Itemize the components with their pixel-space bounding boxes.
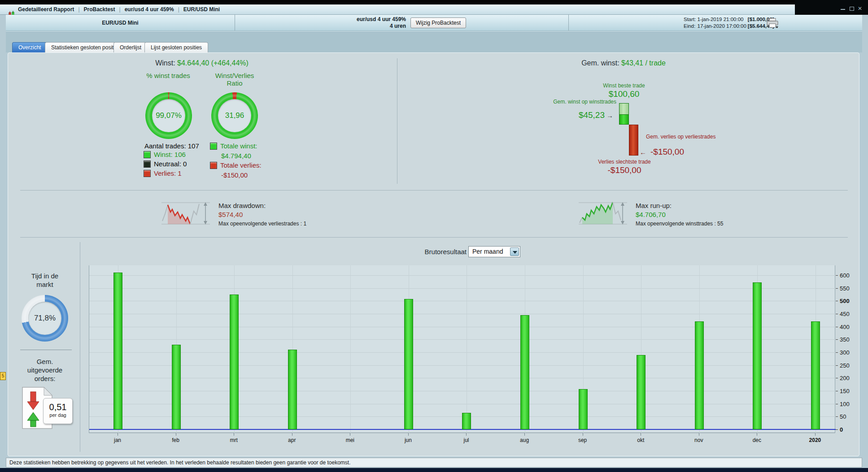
y-axis-label-600: 600 bbox=[840, 272, 850, 279]
time-in-market-line2: markt bbox=[13, 280, 76, 289]
dropdown-arrow-icon[interactable] bbox=[510, 247, 519, 256]
x-tick bbox=[176, 433, 176, 436]
x-axis-label-apr: apr bbox=[288, 437, 296, 443]
tab-lijst-gesloten-posities[interactable]: Lijst gesloten posities bbox=[144, 42, 208, 53]
totale-winst-value: $4.794,40 bbox=[221, 152, 251, 160]
bar-feb bbox=[172, 345, 181, 429]
x-tick bbox=[292, 433, 292, 436]
x-tick bbox=[118, 433, 118, 436]
title-separator: | bbox=[119, 6, 121, 13]
avg-orders-line1: Gem. bbox=[11, 357, 79, 366]
restore-icon[interactable] bbox=[850, 7, 854, 11]
max-drawdown-value: $574,40 bbox=[218, 211, 243, 218]
bar-aug bbox=[520, 315, 529, 429]
printer-icon[interactable] bbox=[766, 18, 779, 29]
y-axis-label-250: 250 bbox=[840, 362, 850, 368]
best-trade-value: $100,60 bbox=[579, 89, 669, 99]
tab-orderlijst[interactable]: Orderlijst bbox=[113, 42, 148, 53]
stats-vertical-divider bbox=[397, 58, 397, 184]
y-axis-label-500: 500 bbox=[840, 298, 850, 304]
avg-profit-value: $43,41 / trade bbox=[621, 59, 666, 67]
win-loss-ratio-donut: 31,96 bbox=[211, 92, 258, 139]
time-in-market-value: 71,8% bbox=[34, 314, 56, 323]
win-candle-bar bbox=[619, 103, 629, 125]
x-axis-label-jul: jul bbox=[463, 437, 469, 443]
x-tick bbox=[583, 433, 583, 436]
left-arrow-icon: ← bbox=[640, 148, 646, 156]
title-report: Gedetailleerd Rapport bbox=[18, 6, 74, 13]
bar-jan bbox=[113, 273, 122, 429]
legend-neutraal-label: Neutraal: 0 bbox=[154, 160, 187, 168]
best-trade-segment bbox=[619, 104, 628, 115]
y-tick bbox=[836, 339, 838, 340]
y-tick bbox=[836, 429, 838, 430]
gridline-y-200 bbox=[89, 378, 836, 378]
period-dropdown[interactable]: Per maand bbox=[468, 246, 520, 257]
avg-win-label: Gem. winst op winsttrades bbox=[516, 99, 616, 105]
x-axis-label-sep: sep bbox=[578, 437, 587, 443]
y-tick bbox=[836, 327, 838, 327]
x-tick bbox=[408, 433, 409, 436]
chart-vertical-divider bbox=[80, 242, 80, 452]
tab-overzicht[interactable]: Overzicht bbox=[12, 42, 48, 53]
runup-sparkline-icon bbox=[578, 200, 628, 226]
worst-trade-label: Verlies slechtste trade bbox=[579, 159, 670, 165]
tab-strip: Overzicht Statistieken gesloten posities… bbox=[6, 31, 862, 52]
avg-orders-badge: 0,51 per dag bbox=[43, 398, 73, 424]
bar-2020 bbox=[811, 321, 820, 429]
y-axis-label-450: 450 bbox=[840, 311, 850, 317]
minimize-icon[interactable] bbox=[841, 9, 845, 10]
x-tick bbox=[524, 433, 525, 436]
y-tick bbox=[836, 391, 838, 391]
avg-win-value: $45,23 bbox=[538, 110, 605, 120]
max-consecutive-losses: Max opeenvolgende verliestrades : 1 bbox=[218, 221, 306, 227]
gridline-y-150 bbox=[89, 391, 836, 391]
totale-winst-label: Totale winst: bbox=[220, 142, 257, 150]
gridline-x-jul bbox=[467, 265, 467, 433]
gross-result-label: Brutoresultaat bbox=[399, 248, 467, 255]
legend-neutraal: Neutraal: 0 bbox=[144, 160, 187, 168]
winst-swatch bbox=[144, 151, 151, 158]
x-tick bbox=[757, 433, 757, 436]
bar-jun bbox=[404, 299, 413, 429]
trade-count: Aantal trades: 107 bbox=[144, 142, 199, 150]
gridline-y-550 bbox=[89, 288, 836, 289]
header-divider bbox=[568, 15, 569, 31]
chart-y-axis: 050100150200250300350400450500550600 bbox=[835, 265, 861, 433]
bar-dec bbox=[753, 282, 762, 429]
avg-profit-headline: Gem. winst: $43,41 / trade bbox=[511, 59, 736, 67]
totale-verlies-swatch bbox=[210, 162, 217, 169]
y-tick bbox=[836, 275, 838, 276]
title-separator: | bbox=[178, 6, 179, 13]
avg-profit-label: Gem. winst: bbox=[581, 59, 619, 67]
gridline-y-500 bbox=[89, 301, 836, 301]
y-tick bbox=[836, 352, 838, 353]
legend-verlies-label: Verlies: 1 bbox=[154, 169, 182, 177]
drawdown-sparkline-icon bbox=[161, 200, 211, 226]
neutraal-swatch bbox=[144, 160, 151, 168]
legend-winst-label: Winst: 106 bbox=[154, 151, 186, 158]
x-tick bbox=[641, 433, 641, 436]
strategy-name: eur/usd 4 uur 459% bbox=[275, 16, 406, 23]
y-tick bbox=[836, 404, 838, 404]
bottom-strip bbox=[0, 468, 868, 472]
x-tick bbox=[815, 433, 816, 436]
y-axis-label-0: 0 bbox=[840, 426, 843, 433]
close-icon[interactable]: ✕ bbox=[858, 5, 862, 12]
section-divider bbox=[20, 237, 848, 238]
avg-orders-unit: per dag bbox=[44, 412, 72, 418]
bar-apr bbox=[288, 350, 297, 429]
time-in-market-line1: Tijd in de bbox=[13, 272, 76, 280]
bar-sep bbox=[579, 389, 588, 429]
x-axis-label-feb: feb bbox=[172, 437, 179, 443]
legend-winst: Winst: 106 bbox=[144, 151, 186, 158]
status-bar: Deze statistieken hebben betrekking op g… bbox=[6, 458, 862, 468]
period-dropdown-value: Per maand bbox=[472, 248, 503, 255]
gridline-y-300 bbox=[89, 352, 836, 353]
avg-orders-line2: uitgevoerde bbox=[11, 366, 79, 374]
gridline-y-350 bbox=[89, 339, 836, 340]
totale-verlies-value: -$150,00 bbox=[221, 171, 248, 179]
ratio-title-line1: Winst/Verlies bbox=[197, 72, 272, 79]
y-axis-label-350: 350 bbox=[840, 336, 850, 343]
edit-probacktest-button[interactable]: Wijzig ProBacktest bbox=[410, 17, 466, 28]
